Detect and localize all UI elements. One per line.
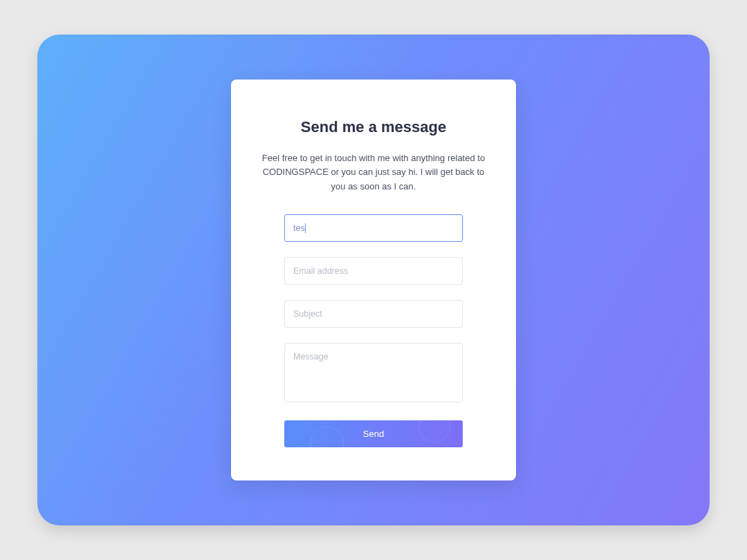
email-input[interactable] — [284, 257, 463, 285]
message-textarea[interactable] — [284, 343, 463, 402]
form-description: Feel free to get in touch with me with a… — [257, 151, 490, 193]
name-input[interactable]: tes — [284, 214, 463, 242]
gradient-background-card: Send me a message Feel free to get in to… — [37, 35, 710, 525]
email-field-wrap — [284, 257, 463, 285]
subject-field-wrap — [284, 300, 463, 328]
message-field-wrap — [284, 343, 463, 405]
send-button-label: Send — [363, 429, 384, 439]
name-field-wrap: tes — [284, 214, 463, 242]
contact-form-card: Send me a message Feel free to get in to… — [231, 80, 516, 480]
subject-input[interactable] — [284, 300, 463, 328]
text-cursor — [305, 223, 306, 233]
form-title: Send me a message — [301, 118, 446, 136]
name-input-value: tes — [293, 223, 305, 233]
send-button[interactable]: Send — [284, 420, 463, 447]
